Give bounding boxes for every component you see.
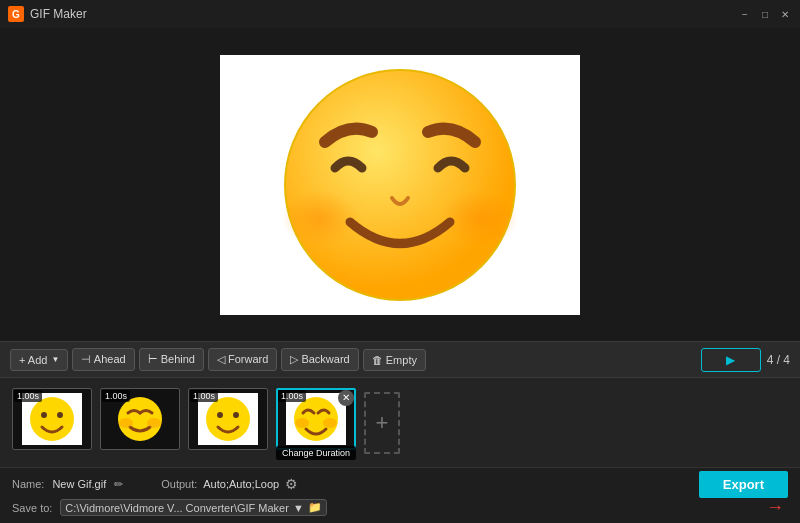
filmstrip-frame-4[interactable]: 1.00s ✕ Change Duration [276,388,356,458]
svg-point-11 [119,418,133,428]
add-frame-button[interactable]: + [364,392,400,454]
svg-point-15 [217,412,223,418]
folder-dropdown-arrow: ▼ [293,502,304,514]
svg-point-3 [282,190,358,246]
save-row: Save to: C:\Vidmore\Vidmore V... Convert… [12,496,788,519]
folder-open-icon: 📁 [308,501,322,514]
title-bar-title: GIF Maker [30,7,738,21]
preview-area [0,28,800,341]
save-label: Save to: [12,502,52,514]
play-button[interactable]: ▶ [701,348,761,372]
svg-point-16 [233,412,239,418]
filmstrip: 1.00s 1.00s 1.00s [0,377,800,467]
frame-4-duration: 1.00s [278,390,306,402]
frame-1-duration: 1.00s [14,390,42,402]
add-button[interactable]: + Add ▼ [10,349,68,371]
filmstrip-frame-3[interactable]: 1.00s [188,388,268,458]
behind-button[interactable]: ⊢ Behind [139,348,204,371]
empty-button[interactable]: 🗑 Empty [363,349,426,371]
output-section: Output: Auto;Auto;Loop ⚙ [161,476,298,492]
svg-point-20 [323,418,337,428]
frame-4-close[interactable]: ✕ [338,390,354,406]
export-button[interactable]: Export [699,471,788,498]
svg-point-12 [147,418,161,428]
save-path-selector[interactable]: C:\Vidmore\Vidmore V... Converter\GIF Ma… [60,499,326,516]
ahead-button[interactable]: ⊣ Ahead [72,348,134,371]
frame-3-duration: 1.00s [190,390,218,402]
app-icon: G [8,6,24,22]
svg-point-2 [285,70,515,300]
name-row: Name: New Gif.gif ✏ Output: Auto;Auto;Lo… [12,472,788,496]
name-label: Name: [12,478,44,490]
minimize-button[interactable]: − [738,7,752,21]
backward-button[interactable]: ▷ Backward [281,348,358,371]
svg-point-4 [442,190,518,246]
svg-point-7 [41,412,47,418]
filmstrip-frame-1[interactable]: 1.00s [12,388,92,458]
svg-point-6 [30,397,74,441]
save-path-text: C:\Vidmore\Vidmore V... Converter\GIF Ma… [65,502,289,514]
close-button[interactable]: ✕ [778,7,792,21]
arrow-indicator: → [766,497,784,518]
frame-counter: ▶ 4 / 4 [701,348,790,372]
preview-frame [220,55,580,315]
output-settings-icon[interactable]: ⚙ [285,476,298,492]
frame-2-duration: 1.00s [102,390,130,402]
name-value: New Gif.gif [52,478,106,490]
bottom-bar: Name: New Gif.gif ✏ Output: Auto;Auto;Lo… [0,467,800,523]
toolbar: + Add ▼ ⊣ Ahead ⊢ Behind ◁ Forward ▷ Bac… [0,341,800,377]
svg-point-19 [295,418,309,428]
forward-button[interactable]: ◁ Forward [208,348,277,371]
output-label: Output: [161,478,197,490]
svg-point-8 [57,412,63,418]
window-controls: − □ ✕ [738,7,792,21]
output-value: Auto;Auto;Loop [203,478,279,490]
svg-point-14 [206,397,250,441]
filmstrip-frame-2[interactable]: 1.00s [100,388,180,458]
edit-name-icon[interactable]: ✏ [114,478,123,491]
title-bar: G GIF Maker − □ ✕ [0,0,800,28]
frame-count-text: 4 / 4 [767,353,790,367]
add-dropdown-arrow: ▼ [51,355,59,364]
maximize-button[interactable]: □ [758,7,772,21]
change-duration-tooltip: Change Duration [276,446,356,460]
